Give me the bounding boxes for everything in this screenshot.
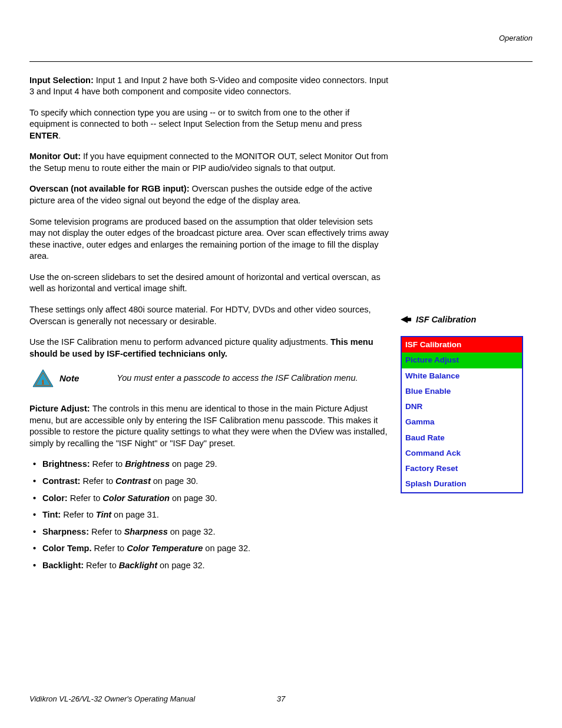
bullet-label: Color: <box>42 493 68 503</box>
lead-monitor-out: Monitor Out: <box>29 151 83 161</box>
para-input-selection: Input Selection: Input 1 and Input 2 hav… <box>29 75 389 98</box>
para-tv-programs: Some television programs are produced ba… <box>29 216 389 262</box>
bullet-pre: Refer to <box>92 543 127 553</box>
isf-menu-box: ISF Calibration Picture Adjust White Bal… <box>401 336 523 493</box>
bullet-post: on page 32. <box>203 543 250 553</box>
para-isf-intro: Use the ISF Calibration menu to perform … <box>29 337 389 360</box>
header-section-label: Operation <box>29 33 533 44</box>
bullet-post: on page 30. <box>151 476 199 486</box>
lead-picture-adjust: Picture Adjust: <box>29 404 92 413</box>
bullet-pre: Refer to <box>61 510 96 519</box>
menu-item-blue-enable: Blue Enable <box>402 384 522 399</box>
menu-item-dnr: DNR <box>402 399 522 414</box>
footer-page-number: 37 <box>277 694 285 704</box>
bullet-label: Brightness: <box>42 459 90 469</box>
bullet-ref: Tint <box>96 510 111 519</box>
bullet-backlight: Backlight: Refer to Backlight on page 32… <box>42 560 389 572</box>
bullet-ref: Sharpness <box>124 527 168 536</box>
menu-item-gamma: Gamma <box>402 414 522 430</box>
text-monitor-out: If you have equipment connected to the M… <box>29 151 388 173</box>
bullet-pre: Refer to <box>90 459 125 469</box>
bullet-pre: Refer to <box>89 527 124 536</box>
note-block: ℹ Note You must enter a passcode to acce… <box>32 369 389 388</box>
text-specify-2: . <box>58 131 61 140</box>
note-label: Note <box>59 373 79 384</box>
para-slidebars: Use the on-screen slidebars to set the d… <box>29 272 389 295</box>
arrow-left-icon <box>401 315 411 324</box>
bullet-color: Color: Refer to Color Saturation on page… <box>42 493 389 505</box>
lead-input-selection: Input Selection: <box>29 75 96 85</box>
bullet-label: Sharpness: <box>42 527 89 536</box>
enter-key: ENTER <box>29 131 58 140</box>
bullet-post: on page 32. <box>157 561 205 570</box>
page-footer: Vidikron VL-26/VL-32 Owner's Operating M… <box>29 694 533 704</box>
menu-highlight: Picture Adjust <box>402 353 522 368</box>
side-column: ISF Calibration ISF Calibration Picture … <box>401 75 533 577</box>
main-column: Input Selection: Input 1 and Input 2 hav… <box>29 75 389 577</box>
note-triangle-icon: ℹ <box>32 369 54 388</box>
menu-title: ISF Calibration <box>402 337 522 353</box>
bullet-post: on page 30. <box>170 493 217 503</box>
bullet-post: on page 31. <box>111 510 159 519</box>
svg-text:ℹ: ℹ <box>42 379 44 386</box>
bullet-ref: Color Temperature <box>127 543 203 553</box>
side-heading: ISF Calibration <box>401 314 533 326</box>
menu-item-command-ack: Command Ack <box>402 446 522 461</box>
bullet-ref: Contrast <box>115 476 151 486</box>
text-specify-1: To specify which connection type you are… <box>29 108 362 129</box>
bullet-label: Tint: <box>42 510 61 519</box>
bullet-ref: Brightness <box>125 459 170 469</box>
bullet-pre: Refer to <box>68 493 103 503</box>
menu-item-splash-duration: Splash Duration <box>402 476 522 492</box>
bullet-label: Backlight: <box>42 561 84 570</box>
text-isf-intro: Use the ISF Calibration menu to perform … <box>29 337 330 347</box>
side-heading-text: ISF Calibration <box>416 314 476 326</box>
bullet-label: Color Temp. <box>42 543 92 553</box>
bullet-ref: Backlight <box>119 561 157 570</box>
bullet-post: on page 32. <box>168 527 216 536</box>
bullet-contrast: Contrast: Refer to Contrast on page 30. <box>42 476 389 487</box>
bullet-pre: Refer to <box>80 476 115 486</box>
para-monitor-out: Monitor Out: If you have equipment conne… <box>29 151 389 174</box>
lead-overscan: Overscan (not available for RGB input): <box>29 184 192 193</box>
bullet-sharpness: Sharpness: Refer to Sharpness on page 32… <box>42 526 389 538</box>
para-specify-connection: To specify which connection type you are… <box>29 107 389 142</box>
svg-marker-3 <box>401 316 411 323</box>
para-overscan: Overscan (not available for RGB input): … <box>29 183 389 206</box>
bullet-color-temp: Color Temp. Refer to Color Temperature o… <box>42 543 389 555</box>
para-480i: These settings only affect 480i source m… <box>29 304 389 327</box>
bullet-label: Contrast: <box>42 476 80 486</box>
bullet-pre: Refer to <box>84 561 119 570</box>
bullet-brightness: Brightness: Refer to Brightness on page … <box>42 459 389 470</box>
note-text: You must enter a passcode to access the … <box>117 373 358 384</box>
para-picture-adjust: Picture Adjust: The controls in this men… <box>29 403 389 449</box>
bullet-tint: Tint: Refer to Tint on page 31. <box>42 509 389 521</box>
bullet-post: on page 29. <box>170 459 217 469</box>
menu-item-white-balance: White Balance <box>402 368 522 384</box>
bullet-list: Brightness: Refer to Brightness on page … <box>29 459 389 571</box>
bullet-ref: Color Saturation <box>103 493 170 503</box>
menu-item-factory-reset: Factory Reset <box>402 461 522 476</box>
header-rule <box>29 61 533 62</box>
menu-item-baud-rate: Baud Rate <box>402 430 522 446</box>
